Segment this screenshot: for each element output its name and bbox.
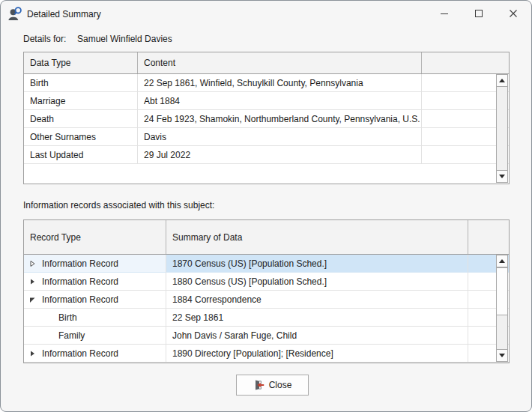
expand-icon[interactable] bbox=[28, 255, 39, 273]
details-table: Data Type Content Birth22 Sep 1861, Winf… bbox=[23, 52, 510, 184]
content-cell: 29 Jul 2022 bbox=[138, 146, 422, 164]
maximize-button[interactable] bbox=[462, 1, 496, 25]
records-table-header-summary[interactable]: Summary of Data bbox=[166, 220, 468, 254]
scroll-up-icon[interactable] bbox=[496, 74, 508, 87]
records-label: Information records associated with this… bbox=[23, 200, 214, 210]
dialog-detailed-summary: Detailed Summary Details for: Samuel Win… bbox=[0, 0, 532, 412]
scroll-up-icon[interactable] bbox=[496, 255, 508, 267]
minimize-button[interactable] bbox=[427, 1, 462, 25]
records-table-row[interactable]: Birth22 Sep 1861 bbox=[24, 309, 509, 327]
data-type-cell: Death bbox=[24, 110, 138, 128]
record-type-label: Information Record bbox=[42, 348, 118, 359]
summary-cell: 1884 Correspondence bbox=[166, 291, 468, 309]
details-table-row[interactable]: Other SurnamesDavis bbox=[24, 128, 509, 146]
titlebar: Detailed Summary bbox=[1, 1, 531, 28]
details-table-scrollbar[interactable] bbox=[496, 74, 508, 183]
content-cell: 22 Sep 1861, Winfield, Schuylkill County… bbox=[138, 74, 422, 92]
data-type-cell: Last Updated bbox=[24, 146, 138, 164]
records-table-row[interactable]: FamilyJohn Davis / Sarah Fuge, Child bbox=[24, 327, 509, 345]
details-table-header-content[interactable]: Content bbox=[138, 52, 422, 73]
person-search-icon bbox=[8, 7, 22, 21]
summary-cell: John Davis / Sarah Fuge, Child bbox=[166, 327, 468, 345]
details-table-row[interactable]: Last Updated29 Jul 2022 bbox=[24, 146, 509, 164]
details-table-row[interactable]: Death24 Feb 1923, Shamokin, Northumberla… bbox=[24, 110, 509, 128]
record-type-label: Information Record bbox=[42, 294, 118, 305]
details-table-header-filler bbox=[422, 52, 509, 73]
details-table-row[interactable]: Birth22 Sep 1861, Winfield, Schuylkill C… bbox=[24, 74, 509, 92]
record-type-cell: Information Record bbox=[24, 255, 166, 273]
summary-cell: 1890 Directory [Population]; [Residence] bbox=[166, 345, 468, 363]
records-table-row[interactable]: Information Record1884 Correspondence bbox=[24, 291, 509, 309]
details-for-label: Details for: bbox=[23, 34, 66, 44]
record-type-cell: Family bbox=[24, 327, 166, 345]
scroll-down-icon[interactable] bbox=[496, 170, 508, 183]
details-table-header-data-type[interactable]: Data Type bbox=[24, 52, 138, 73]
data-type-cell: Birth bbox=[24, 74, 138, 92]
record-type-label: Birth bbox=[58, 312, 77, 323]
data-type-cell: Other Surnames bbox=[24, 128, 138, 146]
scrollbar-thumb[interactable] bbox=[496, 267, 508, 315]
records-table: Record Type Summary of Data Information … bbox=[23, 219, 510, 363]
details-table-row[interactable]: MarriageAbt 1884 bbox=[24, 92, 509, 110]
records-table-row[interactable]: Information Record1880 Census (US) [Popu… bbox=[24, 273, 509, 291]
expand-icon[interactable] bbox=[28, 345, 39, 363]
close-window-button[interactable] bbox=[496, 1, 531, 25]
collapse-icon[interactable] bbox=[28, 291, 39, 309]
content-cell: Abt 1884 bbox=[138, 92, 422, 110]
records-table-row[interactable]: Information Record1890 Directory [Popula… bbox=[24, 345, 509, 363]
close-button-label: Close bbox=[269, 380, 292, 390]
summary-cell: 22 Sep 1861 bbox=[166, 309, 468, 327]
scroll-down-icon[interactable] bbox=[496, 349, 508, 362]
records-table-header-filler bbox=[468, 220, 509, 254]
expand-icon[interactable] bbox=[28, 273, 39, 291]
records-table-row[interactable]: Information Record1870 Census (US) [Popu… bbox=[24, 255, 509, 273]
close-button[interactable]: Close bbox=[236, 375, 309, 396]
records-table-header-record-type[interactable]: Record Type bbox=[24, 220, 166, 254]
records-table-scrollbar[interactable] bbox=[496, 255, 508, 362]
record-type-label: Information Record bbox=[42, 276, 118, 287]
record-type-label: Information Record bbox=[42, 258, 118, 269]
data-type-cell: Marriage bbox=[24, 92, 138, 110]
summary-cell: 1870 Census (US) [Population Sched.] bbox=[166, 255, 468, 273]
record-type-cell: Information Record bbox=[24, 345, 166, 363]
record-type-label: Family bbox=[58, 330, 85, 341]
subject-name: Samuel Winfield Davies bbox=[77, 34, 172, 44]
record-type-cell: Birth bbox=[24, 309, 166, 327]
record-type-cell: Information Record bbox=[24, 291, 166, 309]
content-cell: Davis bbox=[138, 128, 422, 146]
record-type-cell: Information Record bbox=[24, 273, 166, 291]
content-cell: 24 Feb 1923, Shamokin, Northumberland Co… bbox=[138, 110, 422, 128]
exit-door-icon bbox=[253, 379, 265, 391]
window-title: Detailed Summary bbox=[27, 9, 101, 19]
summary-cell: 1880 Census (US) [Population Sched.] bbox=[166, 273, 468, 291]
